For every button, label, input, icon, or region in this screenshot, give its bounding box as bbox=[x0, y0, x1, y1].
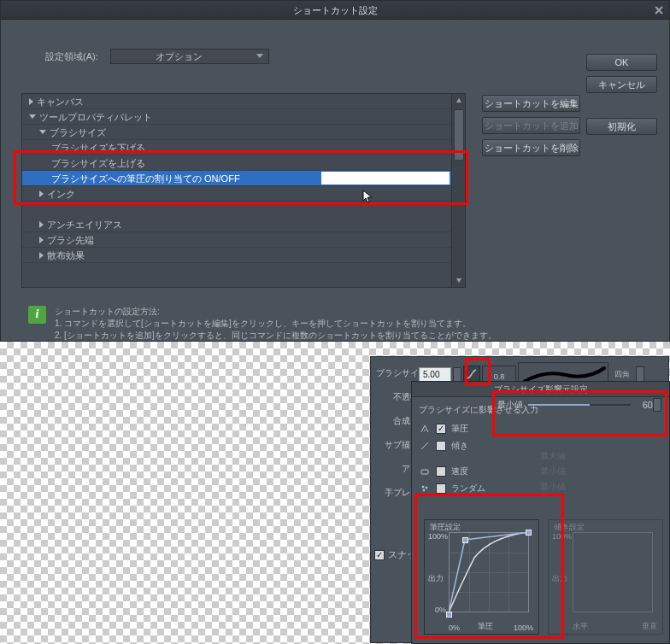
graph-tick-100: 100% bbox=[428, 532, 448, 541]
speed-checkbox[interactable] bbox=[436, 466, 446, 477]
tree-row-ink[interactable]: インク bbox=[22, 186, 465, 202]
brush-size-spinner[interactable] bbox=[453, 367, 461, 382]
min-label: 最小値 bbox=[497, 399, 523, 411]
triangle-right-icon bbox=[39, 237, 44, 243]
tree-row-scatter[interactable]: 散布効果 bbox=[22, 248, 465, 263]
speed-label: 速度 bbox=[451, 465, 468, 477]
dialog-body: 設定領域(A): オプション OK キャンセル 初期化 ショートカットを編集 シ… bbox=[1, 20, 669, 341]
speed-icon bbox=[419, 465, 431, 477]
random-icon bbox=[419, 483, 431, 495]
source-pressure-row: 筆圧 bbox=[419, 421, 662, 436]
pen-pressure-toggle-button[interactable] bbox=[463, 366, 480, 383]
edit-shortcut-button[interactable]: ショートカットを編集 bbox=[482, 95, 580, 112]
triangle-down-icon bbox=[29, 114, 36, 119]
small-preview-label: 0.8 bbox=[494, 372, 505, 381]
tree-label: キャンバス bbox=[37, 94, 84, 109]
curve-handle-mid[interactable] bbox=[462, 537, 468, 543]
brush-size-input[interactable] bbox=[419, 367, 451, 382]
tree-scrollbar[interactable] bbox=[451, 94, 465, 287]
curve-handle-end[interactable] bbox=[526, 530, 532, 536]
pressure-checkbox[interactable] bbox=[436, 424, 446, 434]
brush-min-preview[interactable]: 0.8 bbox=[482, 366, 516, 383]
initialize-button[interactable]: 初期化 bbox=[586, 118, 657, 135]
dialog-title-bar: ショートカット設定 bbox=[1, 1, 669, 20]
popup-title: ブラシサイズ影響元設定 bbox=[412, 382, 669, 397]
brush-shape-label: 四角 bbox=[610, 369, 634, 380]
curve-handle-start[interactable] bbox=[446, 612, 452, 618]
svg-point-2 bbox=[426, 487, 427, 489]
svg-rect-0 bbox=[421, 470, 428, 474]
tilt-checkbox[interactable] bbox=[436, 441, 446, 451]
min-value: 60 bbox=[636, 400, 653, 410]
tilt-icon bbox=[419, 440, 431, 452]
snap-checkbox[interactable] bbox=[374, 550, 385, 560]
tree-label: 散布効果 bbox=[47, 248, 85, 263]
delete-shortcut-button[interactable]: ショートカットを削除 bbox=[482, 139, 580, 156]
tree-label: アンチエイリアス bbox=[47, 217, 122, 232]
scroll-up-icon[interactable] bbox=[452, 94, 466, 108]
triangle-right-icon bbox=[39, 190, 44, 197]
close-icon[interactable] bbox=[652, 3, 666, 17]
setting-area-combo[interactable]: オプション bbox=[110, 49, 269, 64]
min-spinner[interactable] bbox=[653, 398, 661, 412]
tree-row-brush-tip[interactable]: ブラシ先端 bbox=[22, 232, 465, 248]
chevron-down-icon bbox=[256, 54, 263, 58]
instr-title: ショートカットの設定方法: bbox=[55, 306, 497, 318]
add-shortcut-button[interactable]: ショートカットを追加 bbox=[482, 117, 580, 134]
triangle-down-icon bbox=[39, 130, 46, 134]
cancel-button[interactable]: キャンセル bbox=[586, 76, 657, 93]
tree-row-antialias[interactable]: アンチエイリアス bbox=[22, 217, 465, 232]
tilt-label: 傾き bbox=[451, 440, 468, 452]
graph-tick-100x: 100% bbox=[514, 624, 533, 632]
min-label-disabled: 最小値 bbox=[540, 465, 566, 477]
shortcut-buttons-col: ショートカットを編集 ショートカットを追加 ショートカットを削除 bbox=[482, 95, 580, 156]
tree-label: ブラシ先端 bbox=[47, 232, 94, 248]
graph-ylabel: 出力 bbox=[428, 573, 444, 584]
graph-tick-0y: 0% bbox=[435, 606, 446, 614]
tree-label: ツールプロパティパレット bbox=[39, 109, 152, 125]
random-checkbox[interactable] bbox=[436, 483, 446, 494]
tree-row-tool-property[interactable]: ツールプロパティパレット bbox=[22, 109, 465, 125]
scroll-thumb[interactable] bbox=[454, 109, 464, 161]
tilt-curve-graph: 傾き設定 100% 出力 水平 垂直 bbox=[548, 519, 663, 635]
instr-line1: 1. コマンドを選択して[ショートカットを編集]をクリックし、キーを押してショー… bbox=[55, 318, 497, 330]
tree-row-brush-size[interactable]: ブラシサイズ bbox=[22, 125, 465, 140]
snap-row: スナッ bbox=[374, 548, 416, 561]
brush-influence-popup: ブラシサイズ影響元設定 ブラシサイズに影響させる入力 筆圧 傾き 速度 bbox=[411, 381, 670, 644]
shortcut-input-field[interactable] bbox=[321, 172, 450, 184]
graph-tick-100: 100% bbox=[552, 532, 572, 541]
setting-area-row: 設定領域(A): オプション bbox=[45, 49, 269, 64]
tree-row-brush-up[interactable]: ブラシサイズを上げる bbox=[22, 155, 465, 171]
minimum-value-row: 最小値 60 bbox=[497, 398, 661, 412]
pressure-label: 筆圧 bbox=[451, 423, 468, 435]
max-label-disabled: 最大値 bbox=[540, 450, 566, 462]
pressure-curve-graph[interactable]: 筆圧設定 100% 出力 0% 0% 筆圧 100% bbox=[424, 519, 539, 635]
graph-xlabel-l: 水平 bbox=[573, 621, 588, 632]
setting-area-label: 設定領域(A): bbox=[45, 50, 98, 63]
cursor-icon bbox=[362, 190, 374, 205]
tree-row-pressure-toggle[interactable]: ブラシサイズへの筆圧の割り当ての ON/OFF bbox=[22, 171, 465, 186]
brush-shape-spinner[interactable] bbox=[636, 366, 644, 382]
instr-line2: 2. [ショートカットを追加]をクリックすると、同じコマンドに複数のショートカッ… bbox=[55, 330, 497, 342]
setting-area-value: オプション bbox=[156, 50, 203, 63]
popup-body: ブラシサイズに影響させる入力 筆圧 傾き 速度 ランダム bbox=[412, 397, 669, 505]
tree-row-canvas[interactable]: キャンバス bbox=[22, 94, 465, 109]
graph-tick-0x: 0% bbox=[449, 624, 460, 632]
graph-xlabel: 筆圧 bbox=[478, 621, 493, 632]
triangle-right-icon bbox=[39, 252, 44, 259]
tree-row-brush-down[interactable]: ブラシサイズを下げる bbox=[22, 140, 465, 155]
triangle-right-icon bbox=[39, 221, 44, 228]
svg-point-3 bbox=[423, 489, 425, 491]
pressure-curve bbox=[449, 532, 529, 612]
right-button-col: OK キャンセル bbox=[586, 54, 657, 93]
scroll-down-icon[interactable] bbox=[452, 273, 466, 287]
triangle-right-icon bbox=[29, 98, 33, 105]
min-slider[interactable] bbox=[528, 402, 631, 407]
command-tree: キャンバス ツールプロパティパレット ブラシサイズ ブラシサイズを下げる ブラシ… bbox=[21, 93, 466, 288]
info-icon: i bbox=[28, 306, 46, 324]
ok-button[interactable]: OK bbox=[586, 54, 657, 71]
svg-point-1 bbox=[422, 486, 424, 488]
graph-xlabel-r: 垂直 bbox=[642, 621, 657, 632]
random-label: ランダム bbox=[451, 483, 485, 495]
shortcut-settings-dialog: ショートカット設定 設定領域(A): オプション OK キャンセル 初期化 ショ… bbox=[0, 0, 670, 342]
